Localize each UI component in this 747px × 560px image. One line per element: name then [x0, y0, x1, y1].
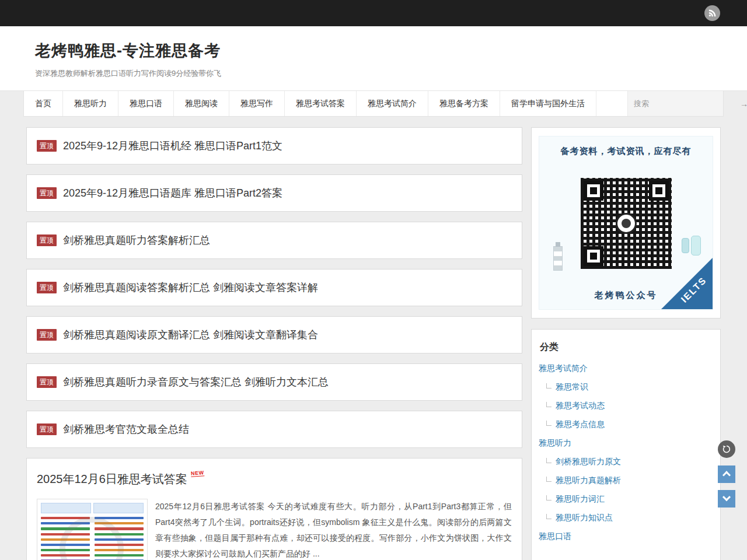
post-title[interactable]: 2025年12月6日雅思考试答案	[37, 471, 187, 487]
subcategory-item[interactable]: 剑桥雅思听力原文	[539, 453, 713, 471]
promo-top-text: 备考资料，考试资讯，应有尽有	[561, 146, 692, 157]
category-item[interactable]: 雅思口语	[539, 527, 713, 546]
pinned-post-title[interactable]: 2025年9-12月雅思口语题库 雅思口语Part2答案	[63, 186, 282, 200]
scroll-up-button[interactable]	[718, 466, 735, 483]
search-input[interactable]	[634, 99, 736, 108]
chevron-down-icon	[722, 493, 731, 501]
refresh-button[interactable]	[718, 440, 735, 458]
pinned-badge: 置顶	[37, 376, 57, 388]
post-thumbnail[interactable]	[37, 499, 148, 560]
nav-item-abroad[interactable]: 留学申请与国外生活	[500, 91, 596, 116]
latest-post-card: 2025年12月6日雅思考试答案 NEW	[26, 458, 522, 560]
search-box: →	[627, 91, 723, 116]
subcategory-item[interactable]: 雅思考点信息	[539, 415, 713, 434]
subcategory-item[interactable]: 雅思听力真题解析	[539, 471, 713, 490]
tree-connector-icon	[546, 402, 551, 407]
new-badge: NEW	[191, 470, 204, 477]
bottle-icon	[682, 238, 689, 253]
lighthouse-icon	[553, 246, 563, 271]
tree-connector-icon	[546, 477, 551, 482]
subcategory-item[interactable]: 雅思听力知识点	[539, 509, 713, 527]
nav-item-answers[interactable]: 雅思考试答案	[285, 91, 357, 116]
rss-icon	[708, 9, 717, 18]
nav-item-reading[interactable]: 雅思阅读	[174, 91, 229, 116]
categories-title: 分类	[540, 341, 713, 354]
post-excerpt: 2025年12月6日雅思考试答案 今天的考试难度有些大。听力部分，从Part1到…	[155, 499, 512, 560]
tree-connector-icon	[546, 495, 551, 501]
promo-card[interactable]: 备考资料，考试资讯，应有尽有 老烤鸭公众号 IELTS	[531, 127, 721, 318]
bottle-icon	[691, 236, 701, 256]
pinned-post-card[interactable]: 置顶 剑桥雅思真题听力录音原文与答案汇总 剑雅听力文本汇总	[26, 363, 522, 401]
pinned-badge: 置顶	[37, 235, 57, 246]
chevron-up-icon	[722, 471, 731, 479]
nav-item-writing[interactable]: 雅思写作	[229, 91, 285, 116]
subcategory-item[interactable]: 雅思常识	[539, 378, 713, 397]
pinned-post-title[interactable]: 剑桥雅思真题阅读答案解析汇总 剑雅阅读文章答案详解	[63, 281, 318, 295]
search-submit-arrow[interactable]: →	[736, 99, 747, 108]
pinned-post-title[interactable]: 剑桥雅思真题听力录音原文与答案汇总 剑雅听力文本汇总	[63, 375, 329, 389]
pinned-post-title[interactable]: 剑桥雅思真题阅读原文翻译汇总 剑雅阅读文章翻译集合	[63, 328, 318, 342]
pinned-post-card[interactable]: 置顶 2025年9-12月雅思口语题库 雅思口语Part2答案	[26, 174, 522, 212]
pinned-post-title[interactable]: 剑桥雅思考官范文最全总结	[63, 422, 189, 436]
main-column: 置顶 2025年9-12月雅思口语机经 雅思口语Part1范文 置顶 2025年…	[26, 127, 522, 560]
pinned-badge: 置顶	[37, 187, 57, 199]
nav-item-home[interactable]: 首页	[24, 91, 63, 116]
pinned-badge: 置顶	[37, 140, 57, 152]
pinned-post-title[interactable]: 2025年9-12月雅思口语机经 雅思口语Part1范文	[63, 139, 282, 153]
subcategory-item[interactable]: 雅思考试动态	[539, 397, 713, 415]
site-title[interactable]: 老烤鸭雅思-专注雅思备考	[35, 40, 712, 61]
tree-connector-icon	[546, 383, 551, 388]
refresh-icon	[722, 444, 731, 454]
pinned-badge: 置顶	[37, 282, 57, 293]
pinned-post-card[interactable]: 置顶 剑桥雅思考官范文最全总结	[26, 411, 522, 448]
rss-button[interactable]	[704, 5, 720, 21]
categories-widget: 分类 雅思考试简介 雅思常识 雅思考试动态 雅思考点信息 雅思听力 剑桥雅思听力…	[531, 329, 721, 560]
pinned-post-card[interactable]: 置顶 剑桥雅思真题阅读答案解析汇总 剑雅阅读文章答案详解	[26, 269, 522, 306]
pinned-post-card[interactable]: 置顶 剑桥雅思真题听力答案解析汇总	[26, 222, 522, 259]
tree-connector-icon	[546, 458, 551, 463]
pinned-badge: 置顶	[37, 424, 57, 435]
sidebar: 备考资料，考试资讯，应有尽有 老烤鸭公众号 IELTS 分类 雅思考试简介 雅思…	[531, 127, 721, 560]
pinned-badge: 置顶	[37, 329, 57, 341]
scroll-down-button[interactable]	[718, 490, 735, 508]
pinned-post-card[interactable]: 置顶 剑桥雅思真题阅读原文翻译汇总 剑雅阅读文章翻译集合	[26, 316, 522, 354]
wechat-promo-image[interactable]: 备考资料，考试资讯，应有尽有 老烤鸭公众号 IELTS	[539, 136, 713, 310]
nav-item-listening[interactable]: 雅思听力	[63, 91, 118, 116]
nav-item-plan[interactable]: 雅思备考方案	[428, 91, 500, 116]
tree-connector-icon	[546, 514, 551, 519]
category-item[interactable]: 雅思考试简介	[539, 359, 713, 378]
qr-code	[581, 178, 672, 269]
site-subtitle: 资深雅思教师解析雅思口语听力写作阅读9分经验带你飞	[35, 68, 712, 79]
main-nav: 首页 雅思听力 雅思口语 雅思阅读 雅思写作 雅思考试答案 雅思考试简介 雅思备…	[23, 91, 724, 117]
nav-item-speaking[interactable]: 雅思口语	[118, 91, 174, 116]
pinned-post-title[interactable]: 剑桥雅思真题听力答案解析汇总	[63, 233, 210, 247]
site-header: 老烤鸭雅思-专注雅思备考 资深雅思教师解析雅思口语听力写作阅读9分经验带你飞	[0, 26, 747, 91]
qr-center-logo	[616, 213, 637, 234]
nav-item-intro[interactable]: 雅思考试简介	[357, 91, 428, 116]
subcategory-item[interactable]: 雅思听力词汇	[539, 490, 713, 509]
promo-bottom-text: 老烤鸭公众号	[595, 290, 658, 301]
pinned-post-card[interactable]: 置顶 2025年9-12月雅思口语机经 雅思口语Part1范文	[26, 127, 522, 164]
tree-connector-icon	[546, 421, 551, 426]
category-item[interactable]: 雅思听力	[539, 434, 713, 453]
topbar	[0, 0, 747, 26]
